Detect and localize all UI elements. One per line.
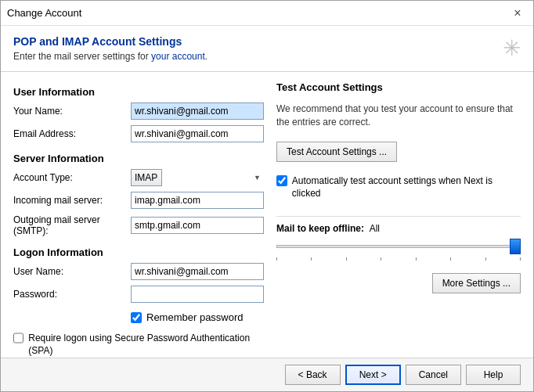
logon-info-section-label: Logon Information: [13, 246, 264, 258]
header-section: POP and IMAP Account Settings Enter the …: [1, 26, 533, 72]
close-button[interactable]: ×: [508, 4, 527, 23]
incoming-server-label: Incoming mail server:: [13, 195, 131, 206]
main-content: User Information Your Name: Email Addres…: [1, 72, 533, 358]
mail-offline-value: All: [370, 223, 380, 234]
header-title: POP and IMAP Account Settings: [13, 35, 207, 48]
slider-track: [276, 245, 521, 248]
mail-offline-text: Mail to keep offline:: [276, 223, 370, 234]
username-label: User Name:: [13, 266, 131, 277]
outgoing-server-input[interactable]: [131, 217, 264, 234]
incoming-server-row: Incoming mail server:: [13, 192, 264, 209]
require-logon-row: Require logon using Secure Password Auth…: [13, 333, 264, 357]
help-button[interactable]: Help: [466, 365, 521, 385]
remember-password-checkbox[interactable]: [131, 312, 142, 323]
back-button[interactable]: < Back: [285, 365, 341, 385]
username-input[interactable]: [131, 263, 264, 280]
test-settings-description: We recommend that you test your account …: [276, 102, 521, 129]
dialog-title: Change Account: [7, 7, 81, 19]
auto-test-row: Automatically test account settings when…: [276, 174, 521, 201]
username-row: User Name:: [13, 263, 264, 280]
tick-2: [311, 257, 312, 261]
cancel-button[interactable]: Cancel: [406, 365, 461, 385]
header-description: Enter the mail server settings for your …: [13, 51, 207, 62]
password-input[interactable]: [131, 286, 264, 303]
password-label: Password:: [13, 289, 131, 300]
cursor-icon: ✳: [503, 35, 521, 61]
account-type-row: Account Type: IMAP: [13, 169, 264, 186]
tick-8: [520, 257, 521, 261]
require-logon-checkbox[interactable]: [13, 333, 23, 343]
tick-1: [276, 257, 277, 261]
email-address-input[interactable]: [131, 125, 264, 142]
next-button[interactable]: Next >: [345, 365, 401, 385]
tick-7: [485, 257, 486, 261]
dialog: Change Account × POP and IMAP Account Se…: [0, 0, 534, 392]
tick-5: [416, 257, 417, 261]
email-address-label: Email Address:: [13, 128, 131, 139]
account-type-select-wrapper: IMAP: [131, 169, 264, 186]
tick-marks: [276, 257, 521, 261]
footer: < Back Next > Cancel Help: [1, 358, 533, 391]
account-type-select[interactable]: IMAP: [131, 169, 162, 186]
tick-4: [381, 257, 381, 261]
header-text: POP and IMAP Account Settings Enter the …: [13, 35, 207, 62]
email-address-row: Email Address:: [13, 125, 264, 142]
remember-password-label: Remember password: [146, 311, 244, 323]
auto-test-checkbox[interactable]: [276, 175, 287, 186]
user-info-section-label: User Information: [13, 86, 264, 98]
password-row: Password:: [13, 286, 264, 303]
more-settings-button[interactable]: More Settings ...: [432, 273, 521, 293]
tick-6: [450, 257, 451, 261]
your-name-input[interactable]: [131, 102, 264, 120]
require-logon-label: Require logon using Secure Password Auth…: [28, 333, 264, 357]
outgoing-server-row: Outgoing mail server (SMTP):: [13, 214, 264, 236]
auto-test-label: Automatically test account settings when…: [292, 174, 521, 201]
outgoing-server-label: Outgoing mail server (SMTP):: [13, 214, 131, 236]
tick-3: [346, 257, 347, 261]
right-panel: Test Account Settings We recommend that …: [276, 81, 521, 348]
mail-offline-slider-container: [276, 239, 521, 254]
your-name-label: Your Name:: [13, 106, 131, 117]
remember-password-row: Remember password: [131, 311, 264, 323]
title-bar: Change Account ×: [1, 1, 533, 26]
test-account-settings-button[interactable]: Test Account Settings ...: [276, 142, 397, 162]
incoming-server-input[interactable]: [131, 192, 264, 209]
mail-offline-label: Mail to keep offline: All: [276, 223, 521, 234]
left-panel: User Information Your Name: Email Addres…: [13, 81, 264, 348]
server-info-section-label: Server Information: [13, 153, 264, 164]
your-name-row: Your Name:: [13, 102, 264, 120]
test-settings-title: Test Account Settings: [276, 81, 521, 93]
slider-thumb[interactable]: [510, 239, 521, 254]
account-type-label: Account Type:: [13, 172, 131, 183]
mail-offline-section: Mail to keep offline: All: [276, 216, 521, 261]
